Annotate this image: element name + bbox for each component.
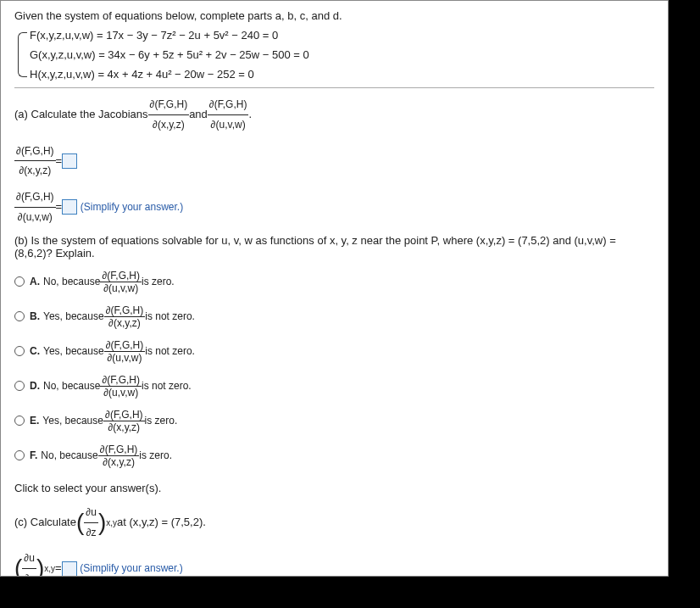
part-a-answer-1: ∂(F,G,H) ∂(x,y,z) = [14,142,654,181]
choice-D[interactable]: D.No, because ∂(F,G,H)∂(u,v,w) is not ze… [14,374,209,399]
du-dz-input[interactable] [62,561,77,577]
click-prompt: Click to select your answer(s). [14,482,654,494]
simplify-hint: (Simplify your answer.) [81,198,183,217]
intro-text: Given the system of equations below, com… [14,9,654,22]
jacobian-uvw-input[interactable] [62,199,77,215]
equation-f: F(x,y,z,u,v,w) = 17x − 3y − 7z² − 2u + 5… [30,29,654,42]
part-b-prompt: (b) Is the system of equations solvable … [14,234,654,259]
radio-icon[interactable] [14,381,25,391]
choice-B[interactable]: B.Yes, because ∂(F,G,H)∂(x,y,z) is not z… [14,304,209,329]
equation-system: F(x,y,z,u,v,w) = 17x − 3y − 7z² − 2u + 5… [14,29,654,81]
choice-C[interactable]: C.Yes, because ∂(F,G,H)∂(u,v,w) is not z… [14,339,472,364]
choice-A[interactable]: A.No, because ∂(F,G,H)∂(u,v,w) is zero. [14,270,472,294]
radio-icon[interactable] [14,276,25,287]
part-a-text: (a) Calculate the Jacobians [14,104,148,126]
partial-du-dz: ∂u ∂z [76,503,106,543]
part-c-prompt: (c) Calculate ∂u ∂z x,y at (x,y,z) = (7,… [14,503,654,543]
part-a-prompt: (a) Calculate the Jacobians ∂(F,G,H) ∂(x… [14,95,654,135]
part-b-choices: A.No, because ∂(F,G,H)∂(u,v,w) is zero.B… [14,265,654,473]
jacobian-xyz-input[interactable] [62,153,77,169]
bottom-black-bar [0,577,700,608]
jacobian-xyz: ∂(F,G,H) ∂(x,y,z) [148,95,190,135]
choice-E[interactable]: E.Yes, because ∂(F,G,H)∂(x,y,z) is zero. [14,409,472,433]
radio-icon[interactable] [14,311,25,321]
simplify-hint-c: (Simplify your answer.) [80,559,182,577]
part-c-answer: ∂u ∂z x,y = (Simplify your answer.) [14,549,654,577]
part-a-answer-2: ∂(F,G,H) ∂(u,v,w) = (Simplify your answe… [14,187,654,227]
divider [14,87,654,88]
equation-g: G(x,y,z,u,v,w) = 34x − 6y + 5z + 5u² + 2… [30,48,654,61]
jacobian-uvw: ∂(F,G,H) ∂(u,v,w) [208,95,249,135]
radio-icon[interactable] [14,416,25,426]
radio-icon[interactable] [14,450,25,460]
radio-icon[interactable] [14,346,25,356]
choice-F[interactable]: F.No, because ∂(F,G,H)∂(x,y,z) is zero. [14,443,209,468]
equation-h: H(x,y,z,u,v,w) = 4x + 4z + 4u² − 20w − 2… [30,68,654,81]
